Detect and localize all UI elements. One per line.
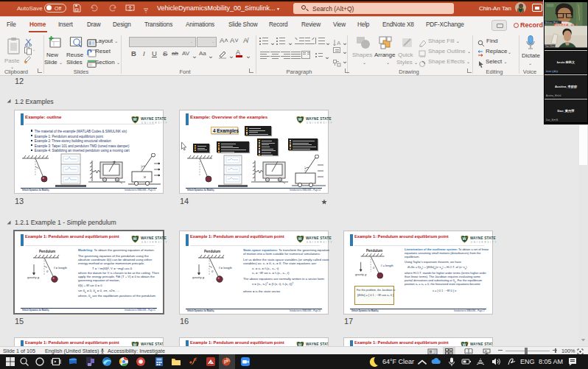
svg-text:P: P — [224, 359, 228, 365]
svg-text:M: M — [144, 176, 146, 179]
svg-text:θ: θ — [46, 270, 49, 273]
svg-text:A: A — [337, 40, 341, 46]
svg-text:Tan, Chin-An: Tan, Chin-An — [545, 45, 558, 48]
svg-text:θ: θ — [211, 270, 214, 273]
svg-text:θ: θ — [373, 266, 375, 270]
